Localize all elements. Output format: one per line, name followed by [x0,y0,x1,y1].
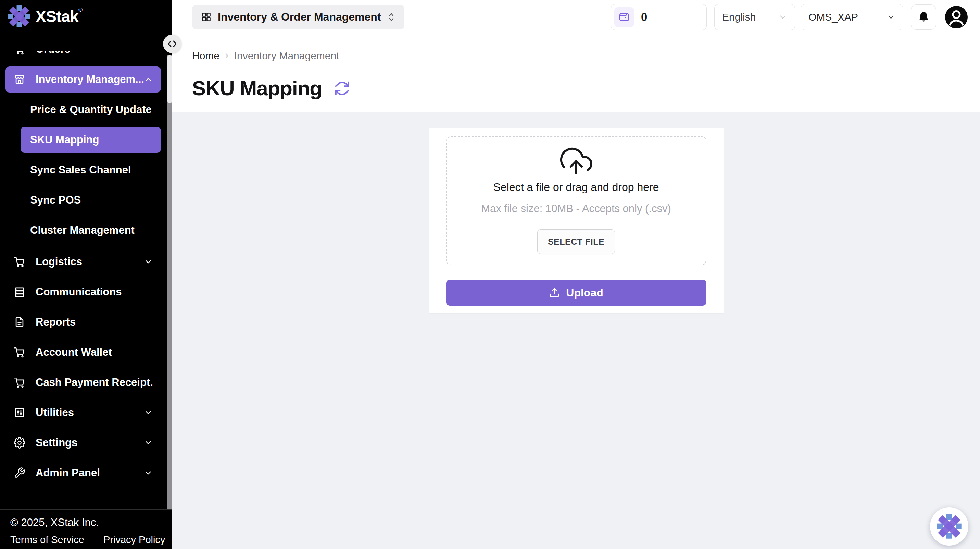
sidebar-item-settings[interactable]: Settings [5,430,161,456]
sidebar-header: XStak® [0,0,172,51]
language-select[interactable]: English [714,4,795,30]
sidebar-item-admin-panel[interactable]: Admin Panel [5,460,161,486]
sidebar-item-label: Account Wallet [36,346,153,359]
sidebar-item-label: Cluster Management [30,224,153,236]
sidebar-item-account-wallet[interactable]: Account Wallet [5,339,161,365]
sidebar-item-label: Sync POS [30,194,153,206]
brand-registered-mark: ® [78,7,83,13]
chevron-down-icon [144,408,153,417]
server-icon [14,286,25,298]
sidebar-item-label: Settings [36,437,144,449]
content-area: Select a file or drag and drop here Max … [172,112,980,549]
language-value: English [722,11,756,23]
sidebar-item-utilities[interactable]: Utilities [5,400,161,426]
sidebar-item-reports[interactable]: Reports [5,309,161,335]
sidebar-item-label: Price & Quantity Update [30,104,153,116]
selector-icon [387,12,396,22]
wallet-icon [614,7,634,27]
sidebar-item-label: Sync Sales Channel [30,164,153,176]
sidebar-item-sku-mapping[interactable]: SKU Mapping [21,127,161,153]
chevron-up-icon [144,75,153,84]
breadcrumb: Home › Inventory Management [192,49,980,62]
sidebar-item-inventory-managem[interactable]: Inventory Managem... [5,67,161,93]
chevron-down-icon [886,13,896,22]
document-icon [14,316,25,328]
sidebar-item-orders[interactable]: Orders [5,51,161,62]
sidebar-item-cash-payment-receipt[interactable]: Cash Payment Receipt... [5,369,161,396]
sidebar-item-label: Admin Panel [36,467,144,479]
sidebar-nav: OrdersInventory Managem...Price & Quanti… [0,51,172,509]
chevron-down-icon [144,257,153,266]
tenant-value: OMS_XAP [808,11,858,23]
avatar-icon [945,6,968,29]
chevron-right-icon: › [225,49,229,61]
sidebar-item-label: Cash Payment Receipt... [36,376,153,389]
dropzone-prompt: Select a file or drag and drop here [493,181,659,194]
sidebar-item-label: Reports [36,316,153,328]
tenant-select[interactable]: OMS_XAP [800,4,903,30]
dropzone-hint: Max file size: 10MB - Accepts only (.csv… [481,203,671,215]
sidebar-scrollbar-track[interactable] [167,55,172,509]
sidebar-item-label: Communications [36,286,153,298]
chevron-down-icon [778,13,787,22]
sidebar-item-label: SKU Mapping [30,134,153,146]
sidebar-item-label: Logistics [36,255,144,268]
copyright-text: © 2025, XStak Inc. [10,516,172,529]
refresh-button[interactable] [334,81,350,96]
sidebar-scrollbar-thumb[interactable] [167,55,172,104]
upload-cloud-icon [560,145,593,177]
select-file-button[interactable]: SELECT FILE [537,229,615,254]
breadcrumb-home[interactable]: Home [192,50,220,62]
chat-launcher-button[interactable] [930,507,968,546]
sidebar: XStak® OrdersInventory Managem...Price &… [0,0,172,549]
upload-card: Select a file or drag and drop here Max … [429,128,724,313]
upload-button-label: Upload [566,287,603,299]
topbar: Inventory & Order Management 0 English [172,0,980,34]
app-switcher-button[interactable]: Inventory & Order Management [192,5,404,29]
wallet-count: 0 [641,11,647,24]
privacy-policy-link[interactable]: Privacy Policy [103,534,165,546]
notifications-button[interactable] [911,5,936,30]
breadcrumb-current: Inventory Management [234,50,339,62]
upload-button[interactable]: Upload [446,280,706,306]
bell-icon [917,11,930,23]
sidebar-item-label: Inventory Managem... [36,73,144,86]
sidebar-item-cluster-management[interactable]: Cluster Management [5,217,161,243]
title-row: SKU Mapping [192,77,980,100]
sidebar-item-logistics[interactable]: Logistics [5,249,161,275]
cart-icon [14,377,25,388]
file-dropzone[interactable]: Select a file or drag and drop here Max … [446,136,706,265]
refresh-icon [334,81,350,96]
brand-wordmark: XStak® [36,5,83,28]
sidebar-collapse-button[interactable] [163,35,181,53]
app-switcher-label: Inventory & Order Management [218,11,381,23]
main-area: Inventory & Order Management 0 English [172,0,980,549]
sidebar-item-sync-pos[interactable]: Sync POS [5,187,161,213]
wallet-balance-box[interactable]: 0 [611,4,707,30]
sidebar-item-communications[interactable]: Communications [5,279,161,305]
terms-of-service-link[interactable]: Terms of Service [10,534,84,546]
sidebar-item-label: Orders [36,51,153,56]
grid-icon [201,12,212,22]
brand-logo: XStak® [8,5,172,28]
page-title: SKU Mapping [192,77,322,100]
chevron-down-icon [144,438,153,447]
sidebar-item-price-quantity-update[interactable]: Price & Quantity Update [5,97,161,123]
brand-logo-icon [936,513,962,539]
sidebar-item-label: Utilities [36,407,144,419]
collapse-expand-icon [167,40,177,48]
brand-logo-icon [8,5,31,28]
store-icon [14,74,25,85]
cart-icon [14,51,25,55]
chevron-down-icon [144,468,153,477]
avatar-button[interactable] [945,6,968,29]
sliders-icon [14,407,25,418]
upload-icon [549,287,560,298]
gear-icon [14,437,25,448]
wrench-icon [14,467,25,479]
brand-name: XStak [36,8,78,26]
sidebar-footer: © 2025, XStak Inc. Terms of Service Priv… [0,509,172,549]
page-header: Home › Inventory Management SKU Mapping [172,34,980,112]
cart-icon [14,346,25,358]
sidebar-item-sync-sales-channel[interactable]: Sync Sales Channel [5,157,161,183]
